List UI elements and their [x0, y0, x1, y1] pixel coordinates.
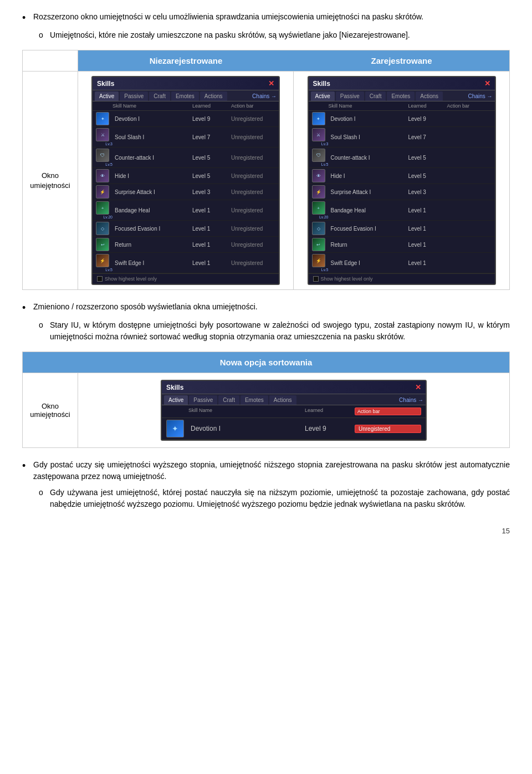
- skill-name-6-reg: Focused Evasion I: [329, 226, 408, 232]
- skill-name-large-0: Devotion I: [188, 425, 305, 432]
- comparison-table: Niezarejestrowane Zarejestrowane Oknoumi…: [22, 50, 510, 290]
- skills-tabs-large: Active Passive Craft Emotes Actions Chai…: [162, 394, 426, 405]
- sub-bullet-text-1: Umiejętności, które nie zostały umieszcz…: [50, 29, 410, 41]
- sub-bullet-text-2: Stary IU, w którym dostępne umiejętności…: [50, 319, 510, 343]
- chains-reg[interactable]: Chains →: [468, 91, 493, 101]
- skill-icon-0-unreg: ✦: [96, 112, 109, 125]
- skill-name-7-unreg: Return: [112, 242, 192, 248]
- close-button-reg[interactable]: ✕: [484, 79, 490, 88]
- skill-learned-3-unreg: Level 5: [192, 173, 231, 179]
- col-learned-reg: Learned: [408, 103, 447, 109]
- skill-learned-1-reg: Level 7: [408, 134, 447, 140]
- tab-passive-unreg[interactable]: Passive: [120, 91, 148, 101]
- skill-row-unreg-7: ↩ Return Level 1 Unregistered: [93, 237, 279, 253]
- tab-passive-reg[interactable]: Passive: [336, 91, 364, 101]
- skill-icon-1-reg: ⚔: [312, 128, 325, 141]
- skill-row-unreg-2: 🛡 Lv.5 Counter-attack I Level 5 Unregist…: [93, 147, 279, 168]
- skill-icon-large-0: ✦: [166, 420, 184, 437]
- skill-learned-large-0: Level 9: [305, 425, 355, 432]
- footer-label-unreg: Show highest level only: [105, 276, 157, 282]
- skill-row-reg-0: ✦ Devotion I Level 9: [309, 111, 495, 127]
- sub-bullet-text-3: Gdy używana jest umiejętność, której pos…: [50, 487, 510, 510]
- skills-col-headers-unreg: Skill Name Learned Action bar: [93, 101, 279, 111]
- col-action-unreg: Action bar: [231, 103, 275, 109]
- col-action-large: Action bar: [355, 408, 421, 415]
- bullet-text-1: Rozszerzono okno umiejętności w celu umo…: [33, 11, 423, 23]
- skill-icon-4-unreg: ⚡: [96, 185, 109, 198]
- skill-icon-8-unreg: ⚡: [96, 254, 109, 267]
- bullet-dot-2: •: [22, 301, 33, 315]
- skill-row-reg-2: 🛡 Lv.5 Counter-attack I Level 5: [309, 147, 495, 168]
- tab-passive-large[interactable]: Passive: [189, 395, 217, 405]
- sorting-label-text: Oknoumiejętności: [30, 402, 70, 419]
- skill-name-5-reg: Bandage Heal: [329, 207, 408, 213]
- tab-actions-reg[interactable]: Actions: [416, 91, 443, 101]
- skills-col-headers-large: Skill Name Learned Action bar: [162, 405, 426, 418]
- col-icon-unreg: [96, 103, 112, 109]
- bullet-text-2: Zmieniono / rozszerzono sposób wyświetla…: [33, 301, 258, 313]
- tab-actions-unreg[interactable]: Actions: [200, 91, 227, 101]
- comparison-row-label: Oknoumiejętności: [23, 72, 78, 289]
- skill-learned-2-reg: Level 5: [408, 155, 447, 161]
- bullet-dot-3: •: [22, 459, 33, 473]
- page-number: 15: [22, 527, 510, 535]
- bullet-item-3: • Gdy postać uczy się umiejętności wyższ…: [22, 459, 510, 482]
- skill-action-8-unreg: Unregistered: [231, 260, 275, 266]
- skill-learned-7-reg: Level 1: [408, 242, 447, 248]
- tab-active-reg[interactable]: Active: [311, 91, 335, 101]
- chains-large[interactable]: Chains →: [399, 395, 423, 405]
- skills-title-bar-reg: Skills ✕: [309, 77, 495, 90]
- footer-checkbox-unreg[interactable]: [97, 276, 103, 282]
- skill-name-2-unreg: Counter-attack I: [112, 155, 192, 161]
- skill-name-3-reg: Hide I: [329, 173, 408, 179]
- tab-active-large[interactable]: Active: [164, 395, 188, 405]
- tab-emotes-reg[interactable]: Emotes: [387, 91, 415, 101]
- skills-title-unreg: Skills: [97, 80, 114, 88]
- sub-bullet-o-1: o: [39, 29, 50, 41]
- skill-row-reg-5: + Lv.20 Bandage Heal Level 1: [309, 200, 495, 221]
- close-button-unreg[interactable]: ✕: [268, 79, 274, 88]
- skills-title-bar-unreg: Skills ✕: [93, 77, 279, 90]
- skill-badge-5-unreg: Lv.20: [96, 215, 112, 219]
- skill-learned-6-unreg: Level 1: [192, 226, 231, 232]
- tab-emotes-large[interactable]: Emotes: [241, 395, 268, 405]
- bullet-section-2: • Zmieniono / rozszerzono sposób wyświet…: [22, 301, 510, 343]
- skill-name-0-reg: Devotion I: [329, 116, 408, 122]
- tab-active-unreg[interactable]: Active: [95, 91, 119, 101]
- skills-tabs-unreg: Active Passive Craft Emotes Actions Chai…: [93, 90, 279, 101]
- skills-title-large: Skills: [166, 384, 183, 391]
- tab-craft-unreg[interactable]: Craft: [149, 91, 170, 101]
- close-button-large[interactable]: ✕: [415, 383, 421, 391]
- skill-learned-5-reg: Level 1: [408, 207, 447, 213]
- skill-row-unreg-8: ⚡ Lv.5 Swift Edge I Level 1 Unregistered: [93, 253, 279, 273]
- skill-icon-6-reg: ◇: [312, 222, 325, 235]
- sorting-content-row: Oknoumiejętności Skills ✕ Active Passive…: [23, 373, 509, 447]
- skill-row-unreg-0: ✦ Devotion I Level 9 Unregistered: [93, 111, 279, 127]
- comparison-header-empty: [23, 50, 78, 72]
- skills-window-registered: Skills ✕ Active Passive Craft Emotes Act…: [308, 76, 496, 285]
- skill-action-3-unreg: Unregistered: [231, 173, 275, 179]
- chains-unreg[interactable]: Chains →: [252, 91, 277, 101]
- skill-name-3-unreg: Hide I: [112, 173, 192, 179]
- skill-action-6-unreg: Unregistered: [231, 226, 275, 232]
- col-skill-large: Skill Name: [188, 408, 305, 415]
- col-icon-large: [166, 408, 188, 415]
- skill-row-unreg-4: ⚡ Surprise Attack I Level 3 Unregistered: [93, 184, 279, 200]
- skill-row-reg-1: ⚔ Lv.3 Soul Slash I Level 7: [309, 127, 495, 147]
- skills-footer-reg: Show highest level only: [309, 273, 495, 284]
- skill-icon-0-reg: ✦: [312, 112, 325, 125]
- footer-checkbox-reg[interactable]: [313, 276, 319, 282]
- skills-tabs-reg: Active Passive Craft Emotes Actions Chai…: [309, 90, 495, 101]
- sorting-header: Nowa opcja sortowania: [23, 352, 509, 373]
- tab-craft-large[interactable]: Craft: [218, 395, 239, 405]
- skills-title-bar-large: Skills ✕: [162, 381, 426, 394]
- bullet-item-1: • Rozszerzono okno umiejętności w celu u…: [22, 11, 510, 25]
- tab-emotes-unreg[interactable]: Emotes: [171, 91, 199, 101]
- skill-row-unreg-5: + Lv.20 Bandage Heal Level 1 Unregistere…: [93, 200, 279, 221]
- skill-learned-8-reg: Level 1: [408, 260, 447, 266]
- skill-row-unreg-6: ◇ Focused Evasion I Level 1 Unregistered: [93, 221, 279, 237]
- tab-actions-large[interactable]: Actions: [269, 395, 296, 405]
- tab-craft-reg[interactable]: Craft: [365, 91, 386, 101]
- skill-name-6-unreg: Focused Evasion I: [112, 226, 192, 232]
- skill-icon-2-reg: 🛡: [312, 149, 325, 162]
